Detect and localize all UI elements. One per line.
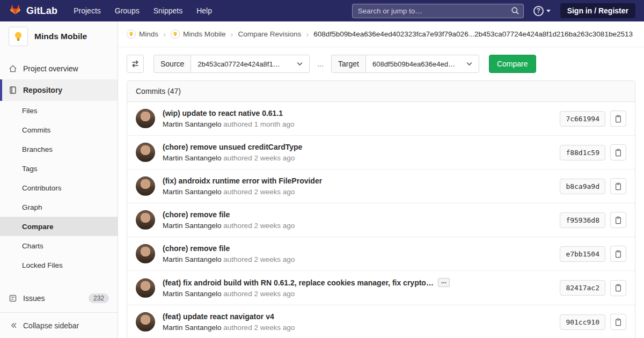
collapse-sidebar-button[interactable]: Collapse sidebar: [0, 312, 118, 338]
sidebar-item-commits[interactable]: Commits: [0, 120, 118, 139]
target-label: Target: [331, 55, 365, 73]
commit-sha-label[interactable]: 7c661994: [560, 111, 605, 127]
compare-button[interactable]: Compare: [489, 55, 536, 73]
commit-row: (feat) fix android build with RN 0.61.2,…: [127, 271, 635, 305]
breadcrumb-project-label: Minds Mobile: [183, 30, 226, 38]
project-context-header[interactable]: Minds Mobile: [0, 21, 118, 52]
collapse-sidebar-label: Collapse sidebar: [23, 321, 79, 330]
breadcrumb-group-link[interactable]: Minds: [127, 30, 158, 39]
compare-separator: ...: [317, 60, 324, 68]
project-mini-avatar: [171, 30, 180, 39]
breadcrumb-section-label: Compare Revisions: [238, 30, 302, 38]
sidebar-item-contributors[interactable]: Contributors: [0, 178, 118, 197]
repository-icon: [9, 86, 17, 94]
copy-commit-sha-button[interactable]: [610, 212, 626, 228]
chevron-right-icon: ›: [163, 30, 166, 39]
breadcrumb-group-label: Minds: [139, 30, 158, 38]
commit-sha-label[interactable]: 82417ac2: [560, 280, 605, 296]
avatar[interactable]: [136, 109, 155, 128]
commit-sha-label[interactable]: 901cc910: [560, 314, 605, 330]
commit-title-link[interactable]: (chore) remove file: [163, 210, 230, 219]
avatar[interactable]: [136, 177, 155, 196]
avatar[interactable]: [136, 210, 155, 230]
nav-help[interactable]: Help: [196, 6, 212, 15]
chevron-down-icon: [297, 62, 303, 66]
home-icon: [9, 64, 17, 73]
commits-panel: Commits (47) (wip) update to react nativ…: [127, 80, 635, 338]
commit-authored-time: authored 2 weeks ago: [223, 222, 295, 230]
commit-sha-label[interactable]: f95936d8: [560, 212, 605, 228]
commit-author-link[interactable]: Martin Santangelo: [163, 154, 222, 162]
target-branch-dropdown[interactable]: 608df5b09b4ea636e4ed…: [365, 55, 479, 73]
commit-authored-time: authored 2 weeks ago: [223, 290, 295, 298]
project-sidebar: Minds Mobile Project overview Repository: [0, 21, 118, 338]
avatar[interactable]: [136, 143, 155, 162]
commit-title-link[interactable]: (chore) remove unsued creditCardType: [163, 143, 302, 151]
avatar[interactable]: [136, 278, 155, 298]
commit-title-link[interactable]: (feat) update react navigator v4: [163, 312, 274, 321]
sidebar-item-issues[interactable]: Issues 232: [0, 288, 118, 309]
commit-authored-time: authored 2 weeks ago: [223, 255, 295, 263]
tanuki-icon: [9, 4, 22, 17]
avatar[interactable]: [136, 244, 155, 263]
sidebar-item-repository[interactable]: Repository: [0, 79, 118, 101]
clipboard-icon: [614, 182, 622, 190]
sidebar-item-files[interactable]: Files: [0, 101, 118, 120]
commit-author-link[interactable]: Martin Santangelo: [163, 188, 222, 196]
commit-title-link[interactable]: (chore) remove file: [163, 244, 230, 253]
sidebar-item-tags[interactable]: Tags: [0, 159, 118, 178]
commit-row: (feat) update react navigator v4 Martin …: [127, 305, 635, 338]
swap-arrows-icon: [131, 60, 140, 68]
commit-author-link[interactable]: Martin Santangelo: [163, 255, 222, 263]
navbar-search: [352, 4, 524, 18]
commit-author-link[interactable]: Martin Santangelo: [163, 120, 222, 128]
commit-row: (chore) remove file Martin Santangelo au…: [127, 203, 635, 237]
commit-author-link[interactable]: Martin Santangelo: [163, 324, 222, 332]
search-input[interactable]: [352, 4, 524, 18]
nav-snippets[interactable]: Snippets: [153, 6, 182, 15]
commit-sha-label[interactable]: f88d1c59: [560, 145, 605, 160]
expand-commit-description-button[interactable]: ...: [438, 278, 450, 287]
nav-projects[interactable]: Projects: [74, 6, 101, 15]
copy-commit-sha-button[interactable]: [610, 246, 626, 262]
sidebar-item-project-overview[interactable]: Project overview: [0, 58, 118, 79]
sidebar-item-compare[interactable]: Compare: [0, 217, 118, 236]
sign-in-register-button[interactable]: Sign in / Register: [560, 3, 635, 18]
breadcrumb: Minds › Minds Mobile › Compare Revisions…: [118, 21, 644, 47]
commit-sha-label[interactable]: b8ca9a9d: [560, 179, 605, 194]
sidebar-item-charts[interactable]: Charts: [0, 236, 118, 255]
commit-title-link[interactable]: (feat) fix android build with RN 0.61.2,…: [163, 278, 434, 287]
sidebar-item-locked-files[interactable]: Locked Files: [0, 255, 118, 275]
sidebar-item-label: Project overview: [23, 64, 78, 73]
commit-row: (chore) remove unsued creditCardType Mar…: [127, 136, 635, 170]
breadcrumb-current: 608df5b09b4ea636e4ed402323fca7e93f79a026…: [313, 30, 633, 38]
breadcrumb-project-link[interactable]: Minds Mobile: [171, 30, 226, 39]
help-menu-button[interactable]: ?: [533, 6, 551, 16]
copy-commit-sha-button[interactable]: [610, 314, 626, 330]
nav-groups[interactable]: Groups: [115, 6, 140, 15]
commit-sha-label[interactable]: e7bb1504: [560, 246, 605, 262]
copy-commit-sha-button[interactable]: [610, 178, 626, 194]
sidebar-item-graph[interactable]: Graph: [0, 197, 118, 217]
sidebar-item-branches[interactable]: Branches: [0, 139, 118, 159]
navbar-links: Projects Groups Snippets Help: [74, 6, 212, 15]
source-branch-dropdown[interactable]: 2b453ca07724e424a8f1…: [191, 55, 310, 73]
commit-title-link[interactable]: (wip) update to react native 0.61.1: [163, 109, 283, 117]
commits-panel-header: Commits (47): [127, 81, 635, 102]
commit-title-link[interactable]: (fix) androidx runtime error with FilePr…: [163, 177, 322, 185]
source-group: Source 2b453ca07724e424a8f1…: [153, 55, 310, 73]
commit-author-link[interactable]: Martin Santangelo: [163, 222, 222, 230]
copy-commit-sha-button[interactable]: [610, 111, 626, 127]
project-avatar: [9, 27, 28, 46]
target-branch-value: 608df5b09b4ea636e4ed…: [372, 60, 455, 68]
avatar[interactable]: [136, 312, 155, 332]
target-group: Target 608df5b09b4ea636e4ed…: [331, 55, 479, 73]
commit-row: (fix) androidx runtime error with FilePr…: [127, 170, 635, 203]
copy-commit-sha-button[interactable]: [610, 144, 626, 160]
swap-revisions-button[interactable]: [127, 55, 144, 73]
gitlab-logo[interactable]: GitLab: [9, 4, 57, 17]
clipboard-icon: [614, 115, 622, 123]
copy-commit-sha-button[interactable]: [610, 280, 626, 296]
breadcrumb-section-link[interactable]: Compare Revisions: [238, 30, 302, 38]
commit-author-link[interactable]: Martin Santangelo: [163, 290, 222, 298]
